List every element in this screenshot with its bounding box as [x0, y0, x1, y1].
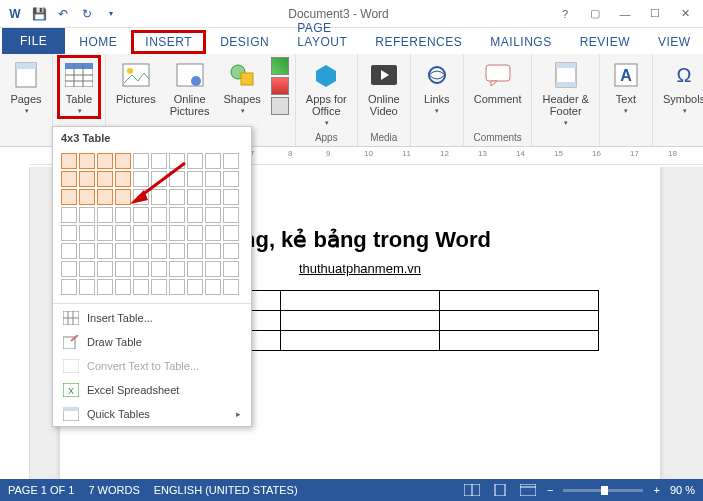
grid-cell[interactable]	[61, 189, 77, 205]
grid-cell[interactable]	[187, 189, 203, 205]
grid-cell[interactable]	[223, 243, 239, 259]
grid-cell[interactable]	[223, 153, 239, 169]
tab-design[interactable]: DESIGN	[206, 30, 283, 54]
quick-tables-item[interactable]: Quick Tables ▸	[53, 402, 251, 426]
grid-cell[interactable]	[205, 153, 221, 169]
chart-icon[interactable]	[271, 77, 289, 95]
web-layout-icon[interactable]	[519, 483, 537, 497]
grid-cell[interactable]	[133, 153, 149, 169]
grid-cell[interactable]	[205, 171, 221, 187]
grid-cell[interactable]	[151, 279, 167, 295]
grid-cell[interactable]	[61, 279, 77, 295]
grid-cell[interactable]	[61, 243, 77, 259]
minimize-button[interactable]: —	[611, 4, 639, 24]
grid-cell[interactable]	[151, 189, 167, 205]
grid-cell[interactable]	[61, 225, 77, 241]
grid-cell[interactable]	[61, 153, 77, 169]
grid-cell[interactable]	[115, 279, 131, 295]
grid-cell[interactable]	[223, 261, 239, 277]
online-video-button[interactable]: Online Video	[364, 57, 404, 119]
tab-home[interactable]: HOME	[65, 30, 131, 54]
read-mode-icon[interactable]	[463, 483, 481, 497]
grid-cell[interactable]	[97, 189, 113, 205]
grid-cell[interactable]	[223, 225, 239, 241]
grid-cell[interactable]	[79, 153, 95, 169]
close-button[interactable]: ✕	[671, 4, 699, 24]
grid-cell[interactable]	[169, 207, 185, 223]
smartart-icon[interactable]	[271, 57, 289, 75]
redo-icon[interactable]: ↻	[80, 7, 94, 21]
vertical-ruler[interactable]	[0, 167, 30, 479]
grid-cell[interactable]	[79, 243, 95, 259]
save-icon[interactable]: 💾	[32, 7, 46, 21]
zoom-in-button[interactable]: +	[653, 484, 659, 496]
grid-cell[interactable]	[169, 261, 185, 277]
pictures-button[interactable]: Pictures	[112, 57, 160, 107]
grid-cell[interactable]	[133, 261, 149, 277]
table-button[interactable]: Table ▾	[59, 57, 99, 117]
excel-spreadsheet-item[interactable]: X Excel Spreadsheet	[53, 378, 251, 402]
grid-cell[interactable]	[79, 225, 95, 241]
grid-cell[interactable]	[151, 225, 167, 241]
symbols-button[interactable]: Ω Symbols ▾	[659, 57, 703, 117]
grid-cell[interactable]	[151, 153, 167, 169]
online-pictures-button[interactable]: Online Pictures	[166, 57, 214, 119]
grid-cell[interactable]	[187, 225, 203, 241]
grid-cell[interactable]	[151, 171, 167, 187]
grid-cell[interactable]	[205, 207, 221, 223]
screenshot-icon[interactable]	[271, 97, 289, 115]
insert-table-item[interactable]: Insert Table...	[53, 306, 251, 330]
zoom-slider[interactable]	[563, 489, 643, 492]
grid-cell[interactable]	[97, 207, 113, 223]
table-grid-picker[interactable]	[53, 149, 251, 301]
grid-cell[interactable]	[61, 261, 77, 277]
maximize-button[interactable]: ☐	[641, 4, 669, 24]
grid-cell[interactable]	[115, 261, 131, 277]
text-button[interactable]: A Text ▾	[606, 57, 646, 117]
grid-cell[interactable]	[115, 189, 131, 205]
grid-cell[interactable]	[205, 261, 221, 277]
apps-button[interactable]: Apps for Office ▾	[302, 57, 351, 129]
grid-cell[interactable]	[133, 243, 149, 259]
grid-cell[interactable]	[169, 153, 185, 169]
tab-review[interactable]: REVIEW	[566, 30, 644, 54]
grid-cell[interactable]	[97, 243, 113, 259]
tab-mailings[interactable]: MAILINGS	[476, 30, 565, 54]
tab-file[interactable]: FILE	[2, 28, 65, 54]
grid-cell[interactable]	[205, 279, 221, 295]
zoom-out-button[interactable]: −	[547, 484, 553, 496]
grid-cell[interactable]	[187, 243, 203, 259]
comment-button[interactable]: Comment	[470, 57, 526, 107]
grid-cell[interactable]	[79, 261, 95, 277]
grid-cell[interactable]	[97, 225, 113, 241]
grid-cell[interactable]	[79, 279, 95, 295]
grid-cell[interactable]	[169, 171, 185, 187]
grid-cell[interactable]	[115, 225, 131, 241]
grid-cell[interactable]	[151, 261, 167, 277]
grid-cell[interactable]	[79, 171, 95, 187]
grid-cell[interactable]	[187, 153, 203, 169]
status-language[interactable]: ENGLISH (UNITED STATES)	[154, 484, 298, 496]
grid-cell[interactable]	[223, 171, 239, 187]
qat-customize-icon[interactable]: ▾	[104, 7, 118, 21]
grid-cell[interactable]	[133, 225, 149, 241]
tab-insert[interactable]: INSERT	[131, 30, 206, 54]
status-page[interactable]: PAGE 1 OF 1	[8, 484, 74, 496]
grid-cell[interactable]	[223, 207, 239, 223]
grid-cell[interactable]	[187, 279, 203, 295]
grid-cell[interactable]	[169, 189, 185, 205]
grid-cell[interactable]	[61, 207, 77, 223]
grid-cell[interactable]	[97, 153, 113, 169]
grid-cell[interactable]	[115, 153, 131, 169]
links-button[interactable]: Links ▾	[417, 57, 457, 117]
print-layout-icon[interactable]	[491, 483, 509, 497]
grid-cell[interactable]	[133, 171, 149, 187]
grid-cell[interactable]	[97, 261, 113, 277]
grid-cell[interactable]	[133, 279, 149, 295]
help-button[interactable]: ?	[551, 4, 579, 24]
grid-cell[interactable]	[79, 189, 95, 205]
grid-cell[interactable]	[115, 207, 131, 223]
grid-cell[interactable]	[151, 207, 167, 223]
grid-cell[interactable]	[133, 189, 149, 205]
tab-page-layout[interactable]: PAGE LAYOUT	[283, 16, 361, 54]
